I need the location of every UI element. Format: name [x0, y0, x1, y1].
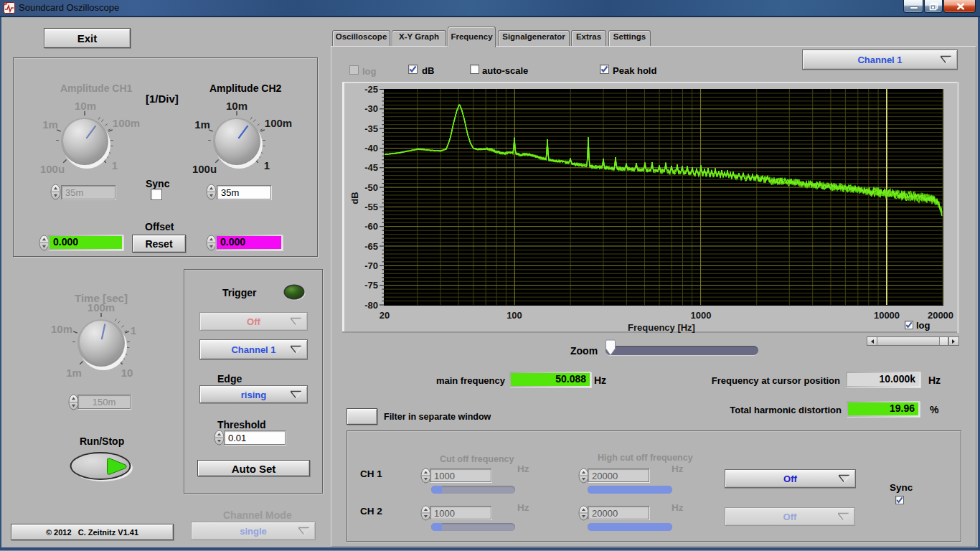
svg-text:-45: -45 [364, 162, 378, 173]
svg-text:-35: -35 [364, 123, 378, 134]
svg-text:20: 20 [380, 310, 390, 321]
svg-text:-50: -50 [364, 182, 378, 193]
svg-text:20000: 20000 [928, 310, 953, 321]
svg-text:-75: -75 [364, 280, 378, 291]
svg-text:100: 100 [507, 310, 522, 321]
svg-text:-30: -30 [364, 103, 378, 114]
svg-text:1000: 1000 [691, 310, 712, 321]
svg-text:-70: -70 [364, 260, 378, 271]
svg-text:-25: -25 [364, 84, 378, 95]
svg-text:Frequency [Hz]: Frequency [Hz] [628, 322, 695, 333]
svg-text:-65: -65 [364, 241, 378, 252]
svg-text:10000: 10000 [874, 310, 900, 321]
svg-text:-80: -80 [364, 300, 378, 311]
svg-text:-40: -40 [364, 143, 378, 154]
svg-text:-60: -60 [364, 221, 378, 232]
svg-text:dB: dB [349, 192, 360, 204]
svg-text:-55: -55 [364, 202, 378, 212]
